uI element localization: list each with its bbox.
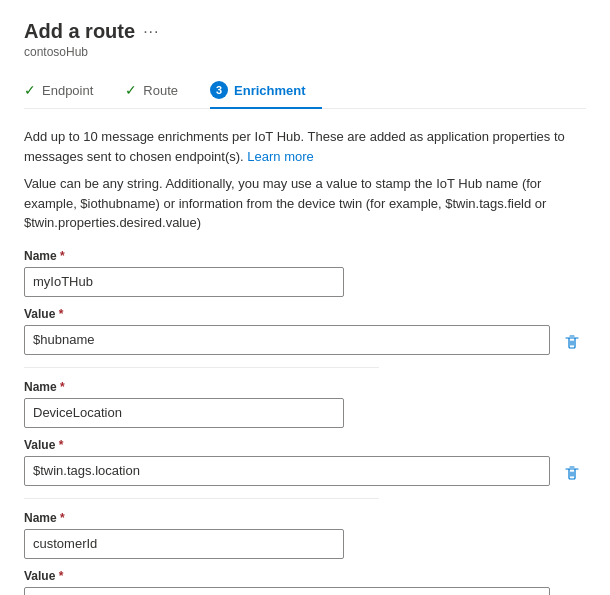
- value-row-0: [24, 325, 586, 355]
- name-label-0: Name *: [24, 249, 586, 263]
- name-required-1: *: [60, 380, 65, 394]
- name-input-2[interactable]: [24, 529, 344, 559]
- value-row-1: [24, 456, 586, 486]
- name-label-1: Name *: [24, 380, 586, 394]
- value-label-0: Value *: [24, 307, 586, 321]
- value-field-block-0: [24, 325, 550, 355]
- name-required-2: *: [60, 511, 65, 525]
- info-line2: Value can be any string. Additionally, y…: [24, 174, 586, 233]
- delete-button-2[interactable]: [558, 592, 586, 596]
- divider-0: [24, 367, 379, 368]
- tab-route[interactable]: ✓ Route: [125, 74, 194, 108]
- info-line1: Add up to 10 message enrichments per IoT…: [24, 127, 586, 166]
- name-group-2: Name *: [24, 511, 586, 559]
- value-input-1[interactable]: [24, 456, 550, 486]
- enrichment-step-badge: 3: [210, 81, 228, 99]
- fields-container: Name * Value * Name *: [24, 249, 586, 596]
- value-label-2: Value *: [24, 569, 586, 583]
- more-options-icon[interactable]: ···: [143, 23, 159, 41]
- tab-endpoint-label: Endpoint: [42, 83, 93, 98]
- trash-icon-1: [564, 465, 580, 481]
- divider-1: [24, 498, 379, 499]
- tab-route-label: Route: [143, 83, 178, 98]
- tab-endpoint[interactable]: ✓ Endpoint: [24, 74, 109, 108]
- tabs: ✓ Endpoint ✓ Route 3 Enrichment: [24, 73, 586, 109]
- name-label-2: Name *: [24, 511, 586, 525]
- name-group-0: Name *: [24, 249, 586, 297]
- subtitle: contosoHub: [24, 45, 586, 59]
- value-input-2[interactable]: [24, 587, 550, 596]
- value-required-0: *: [59, 307, 64, 321]
- name-input-0[interactable]: [24, 267, 344, 297]
- value-field-block-1: [24, 456, 550, 486]
- page-title: Add a route: [24, 20, 135, 43]
- delete-button-1[interactable]: [558, 461, 586, 485]
- name-group-1: Name *: [24, 380, 586, 428]
- value-required-1: *: [59, 438, 64, 452]
- info-section: Add up to 10 message enrichments per IoT…: [24, 127, 586, 233]
- route-check-icon: ✓: [125, 82, 137, 98]
- endpoint-check-icon: ✓: [24, 82, 36, 98]
- value-row-2: [24, 587, 586, 596]
- value-group-1: Value *: [24, 438, 586, 486]
- delete-button-0[interactable]: [558, 330, 586, 354]
- name-required-0: *: [60, 249, 65, 263]
- learn-more-link[interactable]: Learn more: [247, 149, 313, 164]
- value-required-2: *: [59, 569, 64, 583]
- value-group-0: Value *: [24, 307, 586, 355]
- page-header: Add a route ···: [24, 20, 586, 43]
- tab-enrichment-label: Enrichment: [234, 83, 306, 98]
- value-label-1: Value *: [24, 438, 586, 452]
- value-input-0[interactable]: [24, 325, 550, 355]
- tab-enrichment[interactable]: 3 Enrichment: [210, 73, 322, 109]
- name-input-1[interactable]: [24, 398, 344, 428]
- value-field-block-2: [24, 587, 550, 596]
- value-group-2: Value *: [24, 569, 586, 596]
- trash-icon-0: [564, 334, 580, 350]
